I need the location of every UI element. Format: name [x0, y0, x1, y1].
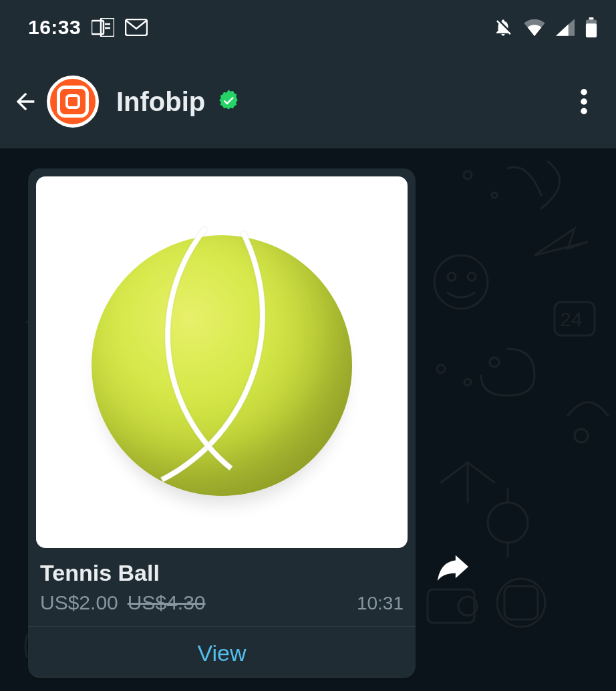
- svg-text:24: 24: [560, 308, 582, 330]
- svg-rect-24: [428, 589, 474, 623]
- kebab-menu-icon: [581, 89, 587, 114]
- mail-icon: [125, 19, 148, 36]
- wifi-icon: [524, 19, 545, 36]
- message-bubble: Tennis Ball US$2.00 US$4.30 10:31 View: [28, 168, 416, 678]
- svg-rect-5: [589, 17, 594, 19]
- svg-point-25: [458, 597, 477, 615]
- svg-point-10: [581, 108, 587, 115]
- message-time: 10:31: [357, 593, 404, 614]
- back-button[interactable]: [9, 86, 41, 118]
- chat-area[interactable]: 24 Tennis Ball US$2.00 US$4.30: [0, 148, 616, 691]
- product-old-price: US$4.30: [128, 591, 206, 614]
- avatar-logo: [57, 86, 89, 118]
- product-title: Tennis Ball: [40, 560, 404, 586]
- status-right: [493, 17, 597, 37]
- price-row: US$2.00 US$4.30 10:31: [36, 591, 408, 614]
- avatar-logo-inner: [65, 94, 80, 109]
- outlook-icon: [92, 18, 114, 37]
- svg-point-19: [437, 365, 445, 373]
- svg-rect-27: [504, 586, 538, 619]
- tennis-ball-graphic: [92, 235, 352, 496]
- forward-button[interactable]: [434, 549, 472, 587]
- arrow-left-icon: [12, 88, 39, 115]
- svg-rect-17: [555, 302, 595, 335]
- chat-title[interactable]: Infobip: [116, 87, 205, 117]
- signal-icon: [556, 19, 575, 36]
- battery-icon: [585, 17, 597, 37]
- product-image[interactable]: [36, 176, 408, 548]
- svg-point-9: [581, 98, 587, 105]
- svg-point-26: [497, 579, 545, 627]
- svg-point-22: [575, 429, 588, 442]
- product-price: US$2.00: [40, 591, 118, 614]
- status-time: 16:33: [28, 16, 81, 39]
- svg-point-20: [464, 379, 471, 386]
- svg-point-16: [468, 273, 476, 281]
- forward-icon: [438, 555, 468, 581]
- svg-rect-0: [92, 21, 104, 34]
- svg-point-12: [464, 171, 472, 179]
- svg-point-21: [490, 358, 499, 367]
- svg-rect-7: [586, 23, 597, 37]
- svg-point-23: [488, 503, 528, 543]
- status-left: 16:33: [28, 16, 148, 39]
- svg-point-14: [434, 255, 488, 309]
- verified-badge-icon: [217, 89, 240, 114]
- svg-point-15: [448, 273, 456, 281]
- view-button[interactable]: View: [36, 627, 408, 666]
- mute-icon: [493, 17, 513, 37]
- more-options-button[interactable]: [568, 86, 600, 118]
- svg-point-8: [581, 89, 587, 96]
- svg-point-13: [492, 192, 497, 198]
- chat-header: Infobip: [0, 55, 616, 148]
- avatar[interactable]: [47, 76, 99, 128]
- status-bar: 16:33: [0, 0, 616, 55]
